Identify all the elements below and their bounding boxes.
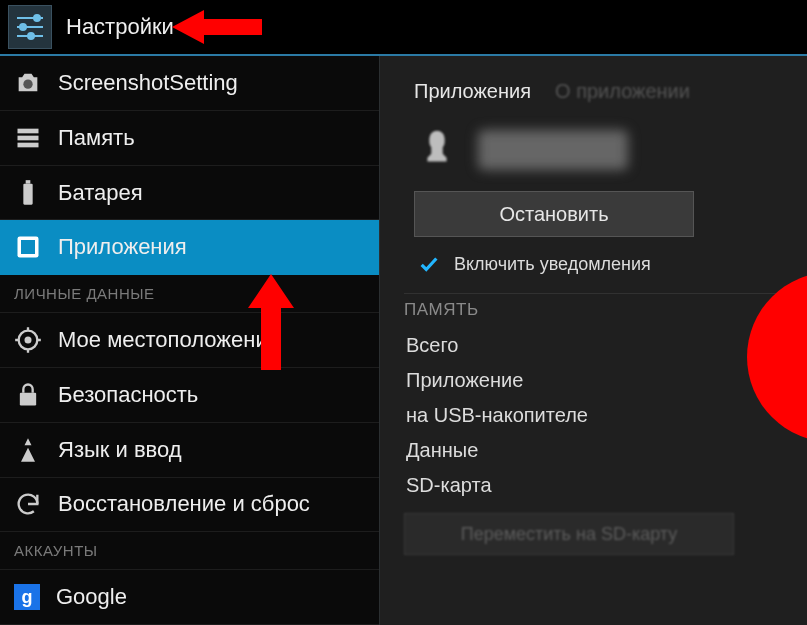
settings-icon (8, 5, 52, 49)
sidebar-item-label: ScreenshotSetting (58, 70, 238, 96)
sidebar-item-label: Google (56, 584, 127, 610)
sidebar-item-label: Язык и ввод (58, 437, 182, 463)
backup-icon (14, 490, 42, 518)
svg-point-5 (28, 33, 34, 39)
sidebar-item-label: Батарея (58, 180, 143, 206)
svg-point-3 (20, 24, 26, 30)
sidebar-item-battery[interactable]: Батарея (0, 166, 379, 221)
svg-point-15 (25, 337, 32, 344)
sidebar-item-backup[interactable]: Восстановление и сброс (0, 478, 379, 533)
checkmark-icon (418, 253, 440, 275)
memory-row-sdcard: SD-карта (406, 468, 807, 503)
detail-tabs: Приложения О приложении (380, 66, 807, 113)
app-name-blurred (478, 130, 628, 170)
sidebar-item-label: Приложения (58, 234, 187, 260)
lock-icon (14, 381, 42, 409)
sidebar-item-google[interactable]: g Google (0, 570, 379, 625)
svg-rect-13 (21, 240, 35, 254)
svg-rect-10 (23, 183, 32, 204)
google-icon: g (14, 584, 40, 610)
keyboard-icon (14, 436, 42, 464)
svg-point-1 (34, 15, 40, 21)
svg-rect-8 (18, 135, 39, 140)
sidebar-item-storage[interactable]: Память (0, 111, 379, 166)
location-icon (14, 326, 42, 354)
sidebar-item-security[interactable]: Безопасность (0, 368, 379, 423)
battery-icon (14, 179, 42, 207)
svg-point-6 (23, 79, 32, 88)
svg-rect-11 (26, 180, 31, 184)
storage-icon (14, 124, 42, 152)
sidebar-item-label: Память (58, 125, 135, 151)
notifications-row[interactable]: Включить уведомления (418, 253, 807, 275)
section-accounts: АККАУНТЫ (0, 532, 379, 570)
svg-rect-16 (20, 393, 36, 406)
app-header: Настройки (0, 0, 807, 56)
app-info-row (414, 127, 807, 173)
settings-sidebar: ScreenshotSetting Память Батарея Приложе… (0, 56, 380, 625)
notifications-label: Включить уведомления (454, 254, 651, 275)
memory-row-app: Приложение (406, 363, 807, 398)
app-detail-pane: Приложения О приложении Остановить Включ… (380, 56, 807, 625)
tab-about-app[interactable]: О приложении (555, 80, 690, 103)
app-icon (414, 127, 460, 173)
move-to-sd-button: Переместить на SD-карту (404, 513, 734, 555)
memory-section-header: ПАМЯТЬ (404, 293, 807, 328)
memory-row-total: Всего (406, 328, 807, 363)
memory-row-usb: на USB-накопителе (406, 398, 807, 433)
sidebar-item-location[interactable]: Мое местоположение (0, 313, 379, 368)
apps-icon (14, 233, 42, 261)
tab-applications[interactable]: Приложения (414, 80, 531, 103)
sidebar-item-label: Восстановление и сброс (58, 491, 310, 517)
sidebar-item-label: Безопасность (58, 382, 198, 408)
camera-icon (14, 69, 42, 97)
stop-button[interactable]: Остановить (414, 191, 694, 237)
sidebar-item-label: Мое местоположение (58, 327, 280, 353)
sidebar-item-screenshot[interactable]: ScreenshotSetting (0, 56, 379, 111)
memory-row-data: Данные (406, 433, 807, 468)
svg-rect-7 (18, 128, 39, 133)
section-personal: ЛИЧНЫЕ ДАННЫЕ (0, 275, 379, 313)
page-title: Настройки (66, 14, 174, 40)
sidebar-item-apps[interactable]: Приложения (0, 220, 379, 275)
svg-rect-9 (18, 142, 39, 147)
sidebar-item-language[interactable]: Язык и ввод (0, 423, 379, 478)
